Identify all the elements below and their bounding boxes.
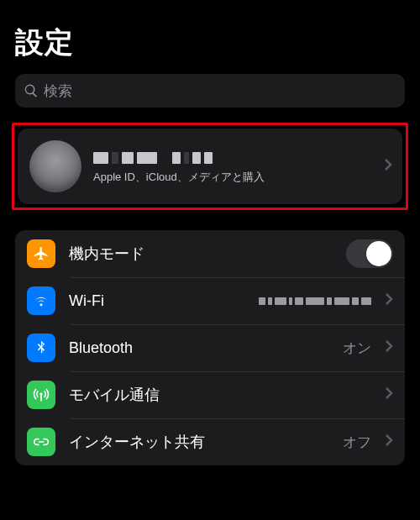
row-label: 機内モード: [69, 244, 346, 264]
highlight-annotation: Apple ID、iCloud、メディアと購入: [12, 123, 408, 210]
apple-id-row[interactable]: Apple ID、iCloud、メディアと購入: [18, 129, 402, 204]
row-wifi[interactable]: Wi-Fi: [15, 277, 405, 324]
row-airplane-mode[interactable]: 機内モード: [15, 230, 405, 277]
page-title: 設定: [15, 24, 405, 62]
toggle-knob: [366, 241, 391, 266]
row-value: オフ: [343, 433, 371, 452]
row-personal-hotspot[interactable]: インターネット共有 オフ: [15, 418, 405, 465]
profile-subtitle: Apple ID、iCloud、メディアと購入: [93, 170, 379, 185]
profile-name-redacted: [93, 149, 379, 167]
row-label: Wi-Fi: [69, 292, 259, 310]
avatar: [29, 140, 81, 192]
bluetooth-icon: [27, 334, 55, 362]
chevron-right-icon: [384, 158, 392, 175]
row-value: オン: [343, 339, 371, 358]
settings-group-connectivity: 機内モード Wi-Fi Bluetooth オン: [15, 230, 405, 465]
chevron-right-icon: [385, 433, 393, 450]
row-cellular[interactable]: モバイル通信: [15, 371, 405, 418]
link-icon: [27, 428, 55, 456]
row-label: Bluetooth: [69, 339, 343, 357]
chevron-right-icon: [385, 386, 393, 403]
wifi-value-redacted: [259, 297, 371, 305]
search-placeholder: 検索: [44, 81, 72, 101]
antenna-icon: [27, 381, 55, 409]
search-icon: [24, 83, 39, 98]
wifi-icon: [27, 286, 55, 315]
profile-text: Apple ID、iCloud、メディアと購入: [93, 149, 379, 185]
row-bluetooth[interactable]: Bluetooth オン: [15, 324, 405, 371]
airplane-toggle[interactable]: [346, 239, 393, 268]
search-input[interactable]: 検索: [15, 74, 405, 108]
search-container: 検索: [0, 71, 420, 118]
airplane-icon: [27, 239, 55, 268]
header: 設定: [0, 0, 420, 71]
chevron-right-icon: [385, 292, 393, 309]
row-label: モバイル通信: [69, 385, 380, 405]
row-label: インターネット共有: [69, 432, 343, 452]
chevron-right-icon: [385, 339, 393, 356]
